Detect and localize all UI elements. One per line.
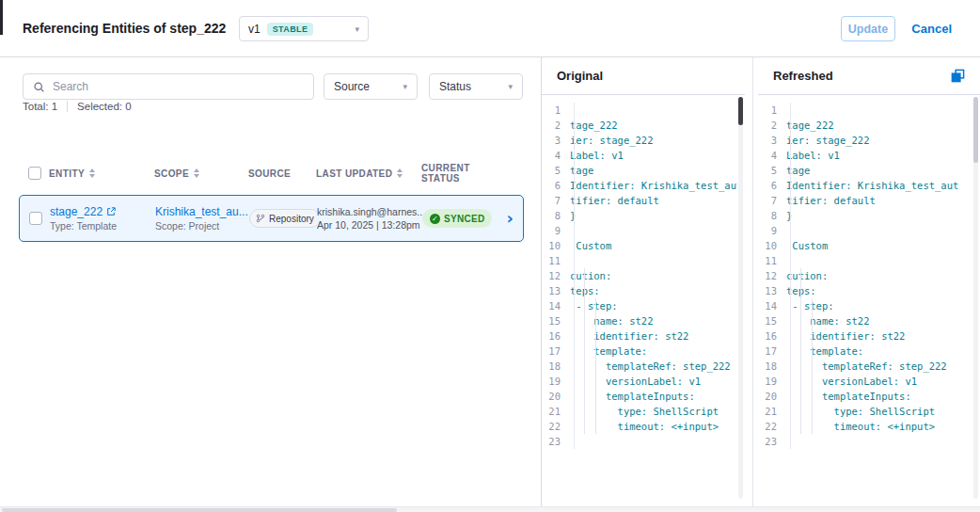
chevron-right-icon[interactable]: › bbox=[507, 210, 514, 227]
code-line: 6Identifier: Krishika_test_aut bbox=[542, 178, 737, 193]
code-line: 8} bbox=[542, 208, 737, 223]
code-line: 7tifier: default bbox=[542, 193, 737, 208]
original-panel: Original 12tage_2223ier: stage_2224Label… bbox=[542, 57, 745, 506]
last-updated-cell: krishika.singh@harnes... Apr 10, 2025 | … bbox=[317, 206, 422, 231]
code-line: 15 name: st22 bbox=[542, 313, 737, 328]
update-button[interactable]: Update bbox=[841, 16, 895, 41]
original-code[interactable]: 12tage_2223ier: stage_2224Label: v15tage… bbox=[542, 95, 737, 506]
scope-detail: Scope: Project bbox=[155, 220, 249, 232]
scope-cell: Krishika_test_au... Scope: Project bbox=[155, 205, 249, 232]
scrollbar-thumb[interactable] bbox=[2, 508, 397, 512]
table-header: ENTITY SCOPE SOURCE LAST UPDATED CURRENT… bbox=[19, 160, 524, 186]
code-text: Custom bbox=[570, 238, 611, 253]
line-number: 2 bbox=[758, 118, 786, 133]
code-text: Identifier: Krishika_test_aut bbox=[786, 178, 958, 193]
line-number: 23 bbox=[758, 434, 786, 449]
horizontal-scrollbar[interactable] bbox=[0, 506, 980, 512]
cancel-button[interactable]: Cancel bbox=[911, 16, 952, 41]
chevron-down-icon: ▾ bbox=[403, 82, 407, 91]
line-number: 12 bbox=[758, 268, 786, 283]
code-text: Label: v1 bbox=[786, 148, 840, 163]
code-line: 13teps: bbox=[542, 283, 737, 298]
line-number: 18 bbox=[758, 359, 786, 374]
code-text: template: bbox=[786, 344, 863, 359]
code-text: tifier: default bbox=[786, 193, 876, 208]
code-line: 5tage bbox=[542, 163, 737, 178]
status-filter-label: Status bbox=[439, 80, 471, 93]
copy-icon[interactable] bbox=[951, 69, 965, 83]
updated-by: krishika.singh@harnes... bbox=[317, 206, 422, 217]
code-text: - step: bbox=[570, 298, 618, 313]
line-number: 19 bbox=[542, 374, 570, 389]
code-text: versionLabel: v1 bbox=[786, 374, 917, 389]
line-number: 6 bbox=[542, 178, 570, 193]
version-selector[interactable]: v1 STABLE ▾ bbox=[239, 16, 369, 41]
code-line: 20 templateInputs: bbox=[542, 389, 737, 404]
code-line: 18 templateRef: step_222 bbox=[542, 359, 737, 374]
line-number: 9 bbox=[758, 223, 786, 238]
code-line: 4Label: v1 bbox=[542, 148, 737, 163]
indent-guide bbox=[800, 268, 801, 434]
code-line: 14 - step: bbox=[542, 298, 737, 313]
line-number: 14 bbox=[542, 298, 570, 313]
source-badge: Repository bbox=[249, 209, 317, 228]
column-header-scope[interactable]: SCOPE bbox=[154, 168, 248, 179]
scrollbar-thumb[interactable] bbox=[738, 97, 743, 125]
page-title: Referencing Entities of step_222 bbox=[23, 0, 226, 56]
code-text: timeout: <+input> bbox=[786, 419, 935, 434]
entity-link[interactable]: stage_222 bbox=[50, 205, 103, 218]
code-line: 11 bbox=[542, 253, 737, 268]
line-number: 3 bbox=[542, 133, 570, 148]
line-number: 22 bbox=[758, 419, 786, 434]
table-row[interactable]: stage_222 Type: Template Krishika_test_a… bbox=[19, 195, 524, 242]
search-box[interactable] bbox=[23, 73, 314, 100]
line-number: 14 bbox=[758, 298, 786, 313]
column-header-last-updated[interactable]: LAST UPDATED bbox=[316, 168, 421, 179]
source-filter-label: Source bbox=[334, 80, 370, 93]
column-header-entity[interactable]: ENTITY bbox=[49, 168, 154, 179]
line-number: 1 bbox=[758, 103, 786, 118]
code-line: 1 bbox=[542, 103, 737, 118]
line-number: 15 bbox=[542, 313, 570, 328]
select-all-checkbox[interactable] bbox=[28, 167, 41, 180]
updated-at: Apr 10, 2025 | 13:28pm bbox=[317, 219, 422, 231]
code-text: tifier: default bbox=[570, 193, 659, 208]
line-number: 19 bbox=[758, 374, 786, 389]
source-badge-label: Repository bbox=[269, 214, 314, 224]
line-number: 21 bbox=[542, 404, 570, 419]
status-badge-label: SYNCED bbox=[444, 214, 484, 224]
line-number: 18 bbox=[542, 359, 570, 374]
line-number: 11 bbox=[542, 253, 570, 268]
status-filter-dropdown[interactable]: Status ▾ bbox=[429, 73, 523, 100]
line-number: 1 bbox=[542, 103, 570, 118]
sort-icon bbox=[194, 168, 199, 178]
scrollbar-thumb[interactable] bbox=[973, 97, 978, 163]
code-line: 23 bbox=[542, 434, 737, 449]
indent-guide bbox=[595, 298, 596, 434]
line-number: 15 bbox=[758, 313, 786, 328]
code-text: name: st22 bbox=[570, 313, 654, 328]
source-filter-dropdown[interactable]: Source ▾ bbox=[324, 73, 418, 100]
scope-link[interactable]: Krishika_test_au... bbox=[155, 205, 248, 218]
code-text: type: ShellScript bbox=[786, 404, 935, 419]
status-badge: ✓ SYNCED bbox=[422, 209, 492, 228]
code-text: Custom bbox=[786, 238, 828, 253]
code-text: templateRef: step_222 bbox=[786, 359, 947, 374]
code-text: templateRef: step_222 bbox=[570, 359, 731, 374]
row-checkbox[interactable] bbox=[29, 212, 42, 225]
search-input[interactable] bbox=[53, 80, 304, 93]
line-number: 8 bbox=[542, 208, 570, 223]
code-text: identifier: st22 bbox=[570, 328, 688, 344]
code-text: - step: bbox=[786, 298, 834, 313]
status-cell: ✓ SYNCED bbox=[422, 209, 501, 228]
original-scrollbar[interactable] bbox=[738, 97, 743, 499]
code-line: 10 Custom bbox=[542, 238, 737, 253]
code-line: 19 versionLabel: v1 bbox=[542, 374, 737, 389]
selection-summary: Total: 1 Selected: 0 bbox=[23, 99, 132, 114]
line-number: 8 bbox=[758, 208, 786, 223]
code-text: templateInputs: bbox=[570, 389, 695, 404]
code-line: 9 bbox=[542, 223, 737, 238]
code-line: 2tage_222 bbox=[542, 118, 737, 133]
code-text: Identifier: Krishika_test_aut bbox=[570, 178, 737, 193]
refreshed-scrollbar[interactable] bbox=[973, 97, 978, 499]
